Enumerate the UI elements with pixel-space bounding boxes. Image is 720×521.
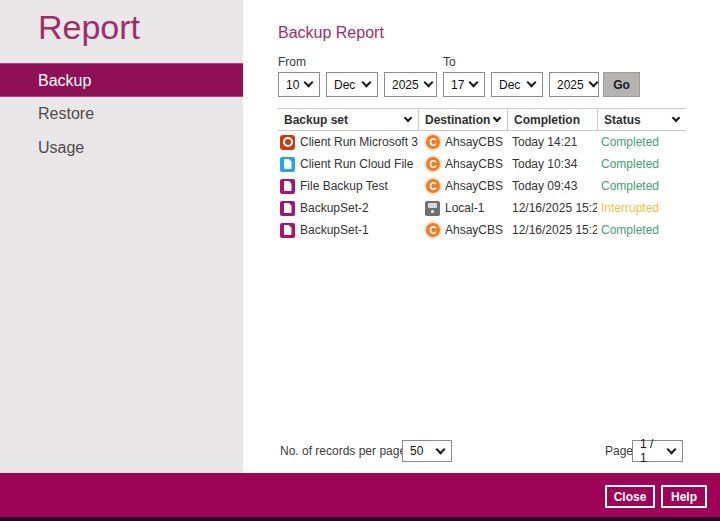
from-month-select[interactable]: Dec bbox=[326, 72, 378, 97]
sidebar-item-usage[interactable]: Usage bbox=[0, 131, 243, 165]
chevron-down-icon bbox=[672, 114, 680, 122]
from-day-select[interactable]: 10 bbox=[278, 72, 320, 97]
status-badge: Interrupted bbox=[601, 201, 659, 215]
table-row[interactable]: Client Run Microsoft 3...AhsayCBSToday 1… bbox=[278, 131, 686, 153]
completion-time: 12/16/2025 15:23 bbox=[512, 201, 597, 215]
sidebar-item-backup[interactable]: Backup bbox=[0, 63, 243, 97]
table-rows: Client Run Microsoft 3...AhsayCBSToday 1… bbox=[278, 131, 686, 241]
close-button[interactable]: Close bbox=[605, 485, 655, 508]
ahsaycbs-icon bbox=[426, 135, 440, 149]
help-button[interactable]: Help bbox=[661, 485, 707, 508]
page-select[interactable]: 1 / 1 bbox=[632, 440, 683, 462]
page-title: Report bbox=[38, 8, 140, 47]
column-label: Backup set bbox=[284, 113, 348, 127]
completion-cell: Today 09:43 bbox=[507, 175, 597, 197]
column-label: Status bbox=[604, 113, 641, 127]
to-month-select[interactable]: Dec bbox=[491, 72, 543, 97]
status-cell: Completed bbox=[597, 175, 686, 197]
destination-cell: Local-1 bbox=[418, 197, 507, 219]
file-icon bbox=[280, 201, 295, 216]
to-day-select[interactable]: 17 bbox=[443, 72, 485, 97]
completion-cell: Today 10:34 bbox=[507, 153, 597, 175]
ahsaycbs-icon bbox=[426, 223, 440, 237]
backup-report-table: Backup set Destination Completion Status… bbox=[278, 108, 686, 241]
chevron-down-icon bbox=[527, 78, 537, 88]
page-label: Page bbox=[605, 444, 633, 458]
column-header-completion[interactable]: Completion bbox=[507, 109, 597, 130]
chevron-down-icon bbox=[404, 114, 412, 122]
backup-set-name: Client Run Cloud File ... bbox=[300, 157, 418, 171]
main-panel: Backup Report From To 10 Dec 2025 17 Dec… bbox=[243, 0, 720, 473]
backup-set-name: File Backup Test bbox=[300, 179, 388, 193]
chevron-down-icon bbox=[362, 78, 372, 88]
destination-name: AhsayCBS bbox=[445, 157, 503, 171]
sidebar-item-label: Restore bbox=[38, 105, 94, 122]
select-value: Dec bbox=[499, 78, 520, 92]
column-header-destination[interactable]: Destination bbox=[418, 109, 507, 130]
completion-time: Today 14:21 bbox=[512, 135, 577, 149]
to-year-select[interactable]: 2025 bbox=[549, 72, 599, 97]
sidebar-item-label: Usage bbox=[38, 139, 84, 156]
backup-set-cell: File Backup Test bbox=[278, 175, 418, 197]
status-badge: Completed bbox=[601, 223, 659, 237]
select-value: 10 bbox=[286, 78, 299, 92]
destination-name: AhsayCBS bbox=[445, 223, 503, 237]
to-label: To bbox=[443, 55, 456, 69]
report-heading: Backup Report bbox=[278, 24, 384, 42]
select-value: 2025 bbox=[557, 78, 584, 92]
table-row[interactable]: BackupSet-1AhsayCBS12/16/2025 15:20Compl… bbox=[278, 219, 686, 241]
column-label: Destination bbox=[425, 113, 490, 127]
sidebar-item-label: Backup bbox=[38, 72, 91, 89]
records-per-page-label: No. of records per page bbox=[280, 444, 406, 458]
footer-bar: Close Help bbox=[0, 473, 720, 517]
table-row[interactable]: File Backup TestAhsayCBSToday 09:43Compl… bbox=[278, 175, 686, 197]
chevron-down-icon bbox=[493, 114, 501, 122]
backup-set-cell: Client Run Cloud File ... bbox=[278, 153, 418, 175]
table-row[interactable]: Client Run Cloud File ...AhsayCBSToday 1… bbox=[278, 153, 686, 175]
destination-name: Local-1 bbox=[445, 201, 484, 215]
status-badge: Completed bbox=[601, 135, 659, 149]
sidebar: Report Backup Restore Usage bbox=[0, 0, 243, 473]
completion-cell: Today 14:21 bbox=[507, 131, 597, 153]
table-header: Backup set Destination Completion Status bbox=[278, 108, 686, 131]
chevron-down-icon bbox=[667, 444, 677, 454]
destination-cell: AhsayCBS bbox=[418, 153, 507, 175]
sidebar-item-restore[interactable]: Restore bbox=[0, 97, 243, 131]
completion-time: Today 09:43 bbox=[512, 179, 577, 193]
cloudfile-icon bbox=[280, 157, 295, 172]
ahsaycbs-icon bbox=[426, 179, 440, 193]
chevron-down-icon bbox=[469, 78, 479, 88]
from-year-select[interactable]: 2025 bbox=[384, 72, 437, 97]
select-value: 17 bbox=[451, 78, 464, 92]
sidebar-nav: Backup Restore Usage bbox=[0, 63, 243, 165]
completion-time: Today 10:34 bbox=[512, 157, 577, 171]
records-per-page-select[interactable]: 50 bbox=[402, 440, 452, 462]
select-value: Dec bbox=[334, 78, 355, 92]
backup-set-name: BackupSet-2 bbox=[300, 201, 369, 215]
status-cell: Completed bbox=[597, 153, 686, 175]
table-row[interactable]: BackupSet-2Local-112/16/2025 15:23Interr… bbox=[278, 197, 686, 219]
status-badge: Completed bbox=[601, 157, 659, 171]
go-button[interactable]: Go bbox=[603, 72, 640, 97]
column-label: Completion bbox=[514, 113, 580, 127]
chevron-down-icon bbox=[423, 78, 433, 88]
file-icon bbox=[280, 223, 295, 238]
backup-set-name: Client Run Microsoft 3... bbox=[300, 135, 418, 149]
ahsaycbs-icon bbox=[426, 157, 440, 171]
select-value: 50 bbox=[410, 444, 423, 458]
column-header-status[interactable]: Status bbox=[597, 109, 686, 130]
completion-time: 12/16/2025 15:20 bbox=[512, 223, 597, 237]
status-cell: Interrupted bbox=[597, 197, 686, 219]
file-icon bbox=[280, 179, 295, 194]
select-value: 2025 bbox=[392, 78, 419, 92]
destination-cell: AhsayCBS bbox=[418, 131, 507, 153]
backup-set-name: BackupSet-1 bbox=[300, 223, 369, 237]
chevron-down-icon bbox=[588, 78, 598, 88]
column-header-backup-set[interactable]: Backup set bbox=[278, 109, 418, 130]
from-label: From bbox=[278, 55, 306, 69]
chevron-down-icon bbox=[436, 444, 446, 454]
destination-cell: AhsayCBS bbox=[418, 175, 507, 197]
status-cell: Completed bbox=[597, 131, 686, 153]
status-badge: Completed bbox=[601, 179, 659, 193]
backup-set-cell: Client Run Microsoft 3... bbox=[278, 131, 418, 153]
